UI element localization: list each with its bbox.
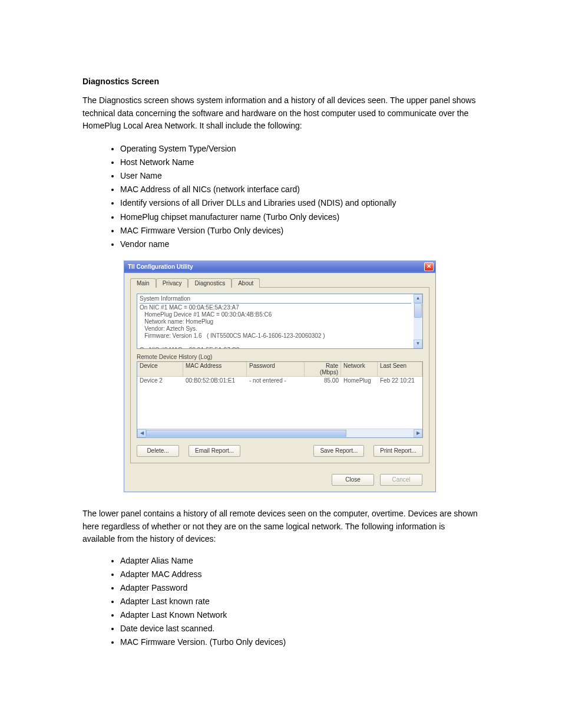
- scroll-left-icon[interactable]: ◀: [137, 429, 146, 437]
- cell-mac: 00:B0:52:0B:01:E1: [183, 377, 247, 384]
- dialog-window: TII Configuration Utility ✕ Main Privacy…: [124, 261, 436, 492]
- col-rate-header[interactable]: Rate (Mbps): [305, 362, 341, 377]
- cell-password: - not entered -: [247, 377, 305, 384]
- list-item: Adapter MAC Address: [120, 568, 480, 581]
- col-network-header[interactable]: Network: [341, 362, 378, 377]
- save-report-button[interactable]: Save Report...: [313, 445, 364, 457]
- col-password-header[interactable]: Password: [247, 362, 305, 377]
- tab-strip: Main Privacy Diagnostics About: [130, 278, 429, 287]
- col-mac-header[interactable]: MAC Address: [183, 362, 247, 377]
- list-item: Adapter Last known rate: [120, 595, 480, 608]
- list-item: Adapter Password: [120, 581, 480, 595]
- cell-network: HomePlug: [341, 377, 378, 384]
- close-icon[interactable]: ✕: [424, 262, 434, 271]
- scroll-track[interactable]: [414, 303, 422, 340]
- titlebar[interactable]: TII Configuration Utility ✕: [124, 261, 435, 273]
- history-grid: Device MAC Address Password Rate (Mbps) …: [137, 361, 423, 438]
- vertical-scrollbar[interactable]: ▲ ▼: [414, 294, 422, 348]
- system-info-text: System InformationOn NIC #1 MAC = 00:0A:…: [137, 294, 414, 348]
- hscroll-track[interactable]: [146, 429, 414, 437]
- close-button[interactable]: Close: [332, 474, 374, 486]
- list-item: Operating System Type/Version: [120, 142, 480, 156]
- scroll-thumb[interactable]: [414, 303, 422, 318]
- tab-about[interactable]: About: [232, 278, 260, 288]
- intro-paragraph: The Diagnostics screen shows system info…: [82, 94, 480, 133]
- list-item: Adapter Last Known Network: [120, 608, 480, 622]
- scroll-up-icon[interactable]: ▲: [414, 294, 422, 303]
- delete-button[interactable]: Delete...: [137, 445, 179, 457]
- system-info-box: System InformationOn NIC #1 MAC = 00:0A:…: [137, 294, 423, 349]
- lower-intro-paragraph: The lower panel contains a history of al…: [82, 508, 480, 546]
- upper-bullet-list: Operating System Type/Version Host Netwo…: [120, 142, 480, 251]
- tab-diagnostics[interactable]: Diagnostics: [188, 278, 232, 288]
- cell-device: Device 2: [137, 377, 183, 384]
- lower-bullet-list: Adapter Alias Name Adapter MAC Address A…: [120, 554, 480, 650]
- window-title: TII Configuration Utility: [128, 263, 193, 270]
- list-item: Identify versions of all Driver DLLs and…: [120, 196, 480, 210]
- cell-last-seen: Feb 22 10:21: [378, 377, 422, 384]
- horizontal-scrollbar[interactable]: ◀ ▶: [137, 429, 422, 437]
- print-report-button[interactable]: Print Report...: [373, 445, 423, 457]
- list-item: User Name: [120, 169, 480, 183]
- table-row[interactable]: Device 2 00:B0:52:0B:01:E1 - not entered…: [137, 377, 422, 384]
- grid-body: Device 2 00:B0:52:0B:01:E1 - not entered…: [137, 377, 422, 429]
- hscroll-thumb[interactable]: [146, 430, 346, 437]
- scroll-right-icon[interactable]: ▶: [414, 429, 422, 437]
- log-label: Remote Device History (Log): [137, 354, 423, 360]
- col-device-header[interactable]: Device: [137, 362, 183, 377]
- cell-rate: 85.00: [305, 377, 341, 384]
- col-last-seen-header[interactable]: Last Seen: [378, 362, 422, 377]
- scroll-down-icon[interactable]: ▼: [414, 340, 422, 348]
- list-item: Date device last scanned.: [120, 622, 480, 635]
- cancel-button: Cancel: [380, 474, 422, 486]
- tab-privacy[interactable]: Privacy: [156, 278, 189, 288]
- list-item: MAC Firmware Version (Turbo Only devices…: [120, 224, 480, 238]
- list-item: Vendor name: [120, 238, 480, 251]
- system-info-body: On NIC #1 MAC = 00:0A:5E:5A:23:A7 HomePl…: [140, 304, 325, 348]
- list-item: Adapter Alias Name: [120, 554, 480, 568]
- section-title: Diagnostics Screen: [82, 77, 480, 86]
- list-item: Host Network Name: [120, 156, 480, 169]
- list-item: HomePlug chipset manufacturer name (Turb…: [120, 210, 480, 224]
- grid-header-row: Device MAC Address Password Rate (Mbps) …: [137, 362, 422, 377]
- system-info-header: System Information: [140, 295, 411, 304]
- tab-main[interactable]: Main: [130, 278, 156, 288]
- email-report-button[interactable]: Email Report...: [189, 445, 240, 457]
- diagnostics-panel: System InformationOn NIC #1 MAC = 00:0A:…: [130, 287, 429, 463]
- list-item: MAC Firmware Version. (Turbo Only device…: [120, 635, 480, 649]
- list-item: MAC Address of all NICs (network interfa…: [120, 183, 480, 196]
